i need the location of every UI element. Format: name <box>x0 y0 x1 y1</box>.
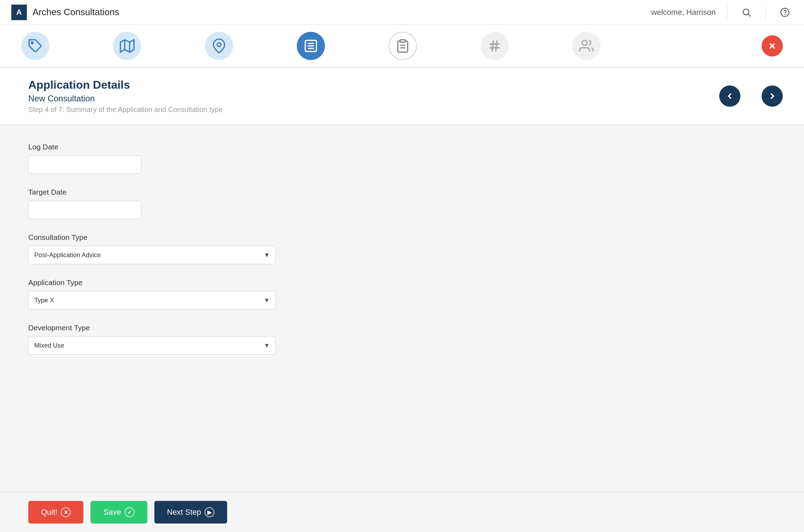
step-hash[interactable] <box>480 32 509 60</box>
step-tag[interactable] <box>21 32 49 60</box>
application-type-select[interactable]: Type X Type Y Type Z <box>28 291 276 309</box>
header-divider <box>727 5 727 19</box>
target-date-input[interactable] <box>28 201 141 219</box>
svg-marker-5 <box>120 40 134 52</box>
pin-icon <box>212 39 226 53</box>
target-date-label: Target Date <box>28 188 276 196</box>
svg-line-18 <box>492 40 493 52</box>
welcome-text: welcome, Harrison <box>651 8 716 17</box>
step-people[interactable] <box>572 32 601 60</box>
chevron-left-icon <box>725 91 735 101</box>
svg-point-0 <box>743 9 749 14</box>
application-type-label: Application Type <box>28 278 276 287</box>
consultation-type-label: Consultation Type <box>28 233 276 242</box>
chevron-right-icon <box>767 91 777 101</box>
svg-line-1 <box>748 14 750 16</box>
content-header: Application Details New Consultation Ste… <box>0 68 804 125</box>
quit-label: Quit! <box>41 508 57 517</box>
application-type-group: Application Type Type X Type Y Type Z ▼ <box>28 278 276 309</box>
svg-point-3 <box>785 14 785 14</box>
footer-buttons: Quit! ✕ Save ✓ Next Step ▶ <box>0 492 804 532</box>
consultation-type-select[interactable]: Post-Application Advice Pre-Application … <box>28 246 276 264</box>
close-button[interactable] <box>762 35 783 57</box>
nav-buttons <box>719 85 783 107</box>
step-info: Step 4 of 7: Summary of the Application … <box>28 106 223 114</box>
hash-icon <box>487 39 502 53</box>
app-title: Arches Consultations <box>32 7 119 18</box>
save-icon: ✓ <box>125 507 135 517</box>
app-logo: A <box>11 5 27 20</box>
log-date-group: Log Date <box>28 143 276 174</box>
list-icon <box>303 39 318 53</box>
search-icon <box>741 7 751 17</box>
development-type-label: Development Type <box>28 324 276 332</box>
step-clipboard[interactable] <box>389 32 417 60</box>
consultation-type-group: Consultation Type Post-Application Advic… <box>28 233 276 264</box>
step-location[interactable] <box>205 32 233 60</box>
footer-spacer <box>28 369 776 404</box>
page-title: Application Details <box>28 78 223 91</box>
next-nav-button[interactable] <box>762 85 783 107</box>
development-type-select-wrap: Mixed Use Residential Commercial ▼ <box>28 336 276 355</box>
next-step-button[interactable]: Next Step ▶ <box>154 501 227 524</box>
log-date-input[interactable] <box>28 155 141 174</box>
map-icon <box>120 39 135 53</box>
development-type-group: Development Type Mixed Use Residential C… <box>28 324 276 355</box>
next-icon: ▶ <box>205 507 214 517</box>
help-button[interactable] <box>777 5 793 20</box>
main-content: Log Date Target Date Consultation Type P… <box>0 125 804 443</box>
quit-button[interactable]: Quit! ✕ <box>28 501 83 524</box>
clipboard-icon <box>395 39 410 53</box>
consultation-subtitle: New Consultation <box>28 94 223 104</box>
target-date-group: Target Date <box>28 188 276 219</box>
people-icon <box>579 39 594 53</box>
header: A Arches Consultations welcome, Harrison <box>0 0 804 25</box>
save-button[interactable]: Save ✓ <box>90 501 147 524</box>
search-button[interactable] <box>739 5 754 20</box>
step-list[interactable] <box>297 32 325 60</box>
svg-point-8 <box>217 43 221 47</box>
prev-nav-button[interactable] <box>719 85 740 107</box>
steps-bar <box>0 25 804 68</box>
log-date-label: Log Date <box>28 143 276 151</box>
help-icon <box>780 7 790 17</box>
tag-icon <box>28 39 43 53</box>
svg-line-19 <box>496 40 497 52</box>
svg-point-4 <box>31 42 33 44</box>
application-type-select-wrap: Type X Type Y Type Z ▼ <box>28 291 276 309</box>
next-step-label: Next Step <box>167 508 201 517</box>
header-left: A Arches Consultations <box>11 5 119 20</box>
development-type-select[interactable]: Mixed Use Residential Commercial <box>28 336 276 355</box>
content-header-info: Application Details New Consultation Ste… <box>28 78 223 114</box>
save-label: Save <box>103 508 121 517</box>
step-map[interactable] <box>113 32 141 60</box>
svg-rect-13 <box>400 40 405 42</box>
header-right: welcome, Harrison <box>651 5 793 20</box>
header-divider-2 <box>765 5 766 19</box>
svg-point-20 <box>582 40 587 45</box>
consultation-type-select-wrap: Post-Application Advice Pre-Application … <box>28 246 276 264</box>
quit-icon: ✕ <box>61 507 71 517</box>
close-icon <box>767 41 777 51</box>
